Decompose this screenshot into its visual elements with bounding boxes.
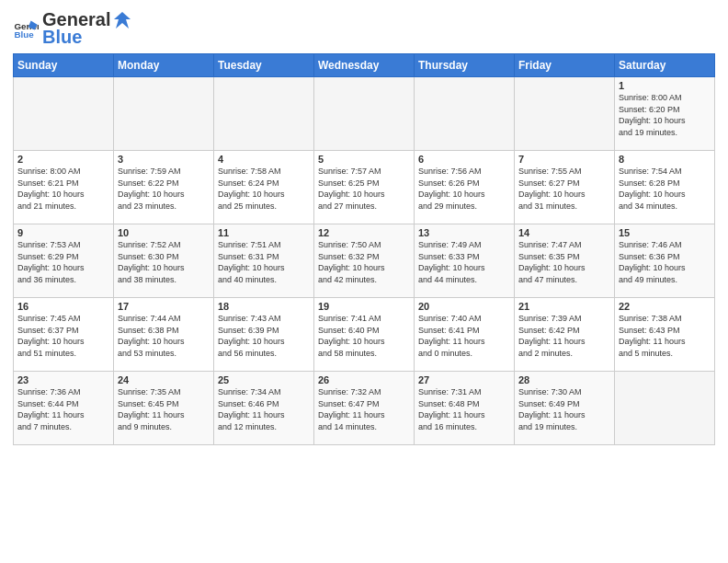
calendar-cell: 10Sunrise: 7:52 AM Sunset: 6:30 PM Dayli… bbox=[114, 224, 214, 298]
day-header-friday: Friday bbox=[515, 54, 615, 77]
header: General Blue General Blue bbox=[13, 9, 715, 48]
calendar-cell: 26Sunrise: 7:32 AM Sunset: 6:47 PM Dayli… bbox=[314, 372, 415, 445]
calendar-cell bbox=[14, 77, 114, 151]
day-header-tuesday: Tuesday bbox=[214, 54, 314, 77]
calendar-cell: 14Sunrise: 7:47 AM Sunset: 6:35 PM Dayli… bbox=[515, 224, 615, 298]
calendar-cell: 16Sunrise: 7:45 AM Sunset: 6:37 PM Dayli… bbox=[14, 298, 114, 372]
calendar-cell bbox=[114, 77, 214, 151]
day-number: 18 bbox=[218, 301, 310, 312]
day-info: Sunrise: 7:45 AM Sunset: 6:37 PM Dayligh… bbox=[17, 313, 109, 359]
calendar-cell bbox=[615, 372, 715, 445]
calendar-header-row: SundayMondayTuesdayWednesdayThursdayFrid… bbox=[14, 54, 715, 77]
day-info: Sunrise: 7:31 AM Sunset: 6:48 PM Dayligh… bbox=[418, 386, 510, 432]
day-info: Sunrise: 7:44 AM Sunset: 6:38 PM Dayligh… bbox=[118, 313, 210, 359]
day-number: 21 bbox=[518, 301, 610, 312]
calendar-cell: 27Sunrise: 7:31 AM Sunset: 6:48 PM Dayli… bbox=[415, 372, 515, 445]
calendar-week-1: 2Sunrise: 8:00 AM Sunset: 6:21 PM Daylig… bbox=[14, 151, 715, 224]
day-number: 27 bbox=[418, 374, 510, 385]
day-number: 5 bbox=[318, 154, 410, 165]
calendar-cell: 15Sunrise: 7:46 AM Sunset: 6:36 PM Dayli… bbox=[615, 224, 715, 298]
logo-bird-icon bbox=[112, 10, 132, 30]
day-number: 13 bbox=[418, 227, 510, 238]
calendar-cell: 11Sunrise: 7:51 AM Sunset: 6:31 PM Dayli… bbox=[214, 224, 314, 298]
calendar-table: SundayMondayTuesdayWednesdayThursdayFrid… bbox=[13, 53, 715, 445]
calendar-cell: 22Sunrise: 7:38 AM Sunset: 6:43 PM Dayli… bbox=[615, 298, 715, 372]
calendar-cell: 6Sunrise: 7:56 AM Sunset: 6:26 PM Daylig… bbox=[415, 151, 515, 224]
day-header-sunday: Sunday bbox=[14, 54, 114, 77]
day-info: Sunrise: 7:54 AM Sunset: 6:28 PM Dayligh… bbox=[619, 166, 711, 212]
calendar-cell: 25Sunrise: 7:34 AM Sunset: 6:46 PM Dayli… bbox=[214, 372, 314, 445]
day-number: 16 bbox=[17, 301, 109, 312]
day-number: 12 bbox=[318, 227, 410, 238]
logo-text-block: General Blue bbox=[42, 9, 134, 48]
day-info: Sunrise: 7:43 AM Sunset: 6:39 PM Dayligh… bbox=[218, 313, 310, 359]
day-number: 28 bbox=[518, 374, 610, 385]
calendar-cell: 18Sunrise: 7:43 AM Sunset: 6:39 PM Dayli… bbox=[214, 298, 314, 372]
calendar-cell: 4Sunrise: 7:58 AM Sunset: 6:24 PM Daylig… bbox=[214, 151, 314, 224]
calendar-cell: 23Sunrise: 7:36 AM Sunset: 6:44 PM Dayli… bbox=[14, 372, 114, 445]
calendar-cell: 13Sunrise: 7:49 AM Sunset: 6:33 PM Dayli… bbox=[415, 224, 515, 298]
calendar-week-3: 16Sunrise: 7:45 AM Sunset: 6:37 PM Dayli… bbox=[14, 298, 715, 372]
day-info: Sunrise: 8:00 AM Sunset: 6:20 PM Dayligh… bbox=[619, 92, 711, 138]
day-number: 1 bbox=[619, 80, 711, 91]
calendar-cell: 7Sunrise: 7:55 AM Sunset: 6:27 PM Daylig… bbox=[515, 151, 615, 224]
day-info: Sunrise: 7:46 AM Sunset: 6:36 PM Dayligh… bbox=[619, 239, 711, 285]
calendar-cell: 3Sunrise: 7:59 AM Sunset: 6:22 PM Daylig… bbox=[114, 151, 214, 224]
day-number: 20 bbox=[418, 301, 510, 312]
day-info: Sunrise: 7:52 AM Sunset: 6:30 PM Dayligh… bbox=[118, 239, 210, 285]
day-number: 2 bbox=[17, 154, 109, 165]
day-info: Sunrise: 7:47 AM Sunset: 6:35 PM Dayligh… bbox=[518, 239, 610, 285]
svg-marker-2 bbox=[114, 12, 131, 29]
calendar-cell: 8Sunrise: 7:54 AM Sunset: 6:28 PM Daylig… bbox=[615, 151, 715, 224]
calendar-cell: 2Sunrise: 8:00 AM Sunset: 6:21 PM Daylig… bbox=[14, 151, 114, 224]
day-number: 4 bbox=[218, 154, 310, 165]
day-info: Sunrise: 7:58 AM Sunset: 6:24 PM Dayligh… bbox=[218, 166, 310, 212]
logo: General Blue General Blue bbox=[13, 9, 134, 48]
calendar-cell bbox=[415, 77, 515, 151]
day-info: Sunrise: 7:59 AM Sunset: 6:22 PM Dayligh… bbox=[118, 166, 210, 212]
day-number: 3 bbox=[118, 154, 210, 165]
day-info: Sunrise: 7:57 AM Sunset: 6:25 PM Dayligh… bbox=[318, 166, 410, 212]
calendar-cell: 17Sunrise: 7:44 AM Sunset: 6:38 PM Dayli… bbox=[114, 298, 214, 372]
day-info: Sunrise: 7:30 AM Sunset: 6:49 PM Dayligh… bbox=[518, 386, 610, 432]
calendar-cell: 12Sunrise: 7:50 AM Sunset: 6:32 PM Dayli… bbox=[314, 224, 415, 298]
calendar-cell: 19Sunrise: 7:41 AM Sunset: 6:40 PM Dayli… bbox=[314, 298, 415, 372]
svg-text:Blue: Blue bbox=[14, 29, 34, 40]
day-info: Sunrise: 7:36 AM Sunset: 6:44 PM Dayligh… bbox=[17, 386, 109, 432]
day-info: Sunrise: 7:35 AM Sunset: 6:45 PM Dayligh… bbox=[118, 386, 210, 432]
day-header-saturday: Saturday bbox=[615, 54, 715, 77]
calendar-cell: 24Sunrise: 7:35 AM Sunset: 6:45 PM Dayli… bbox=[114, 372, 214, 445]
day-info: Sunrise: 7:49 AM Sunset: 6:33 PM Dayligh… bbox=[418, 239, 510, 285]
day-info: Sunrise: 7:55 AM Sunset: 6:27 PM Dayligh… bbox=[518, 166, 610, 212]
logo-icon: General Blue bbox=[13, 16, 39, 41]
day-info: Sunrise: 7:53 AM Sunset: 6:29 PM Dayligh… bbox=[17, 239, 109, 285]
day-info: Sunrise: 8:00 AM Sunset: 6:21 PM Dayligh… bbox=[17, 166, 109, 212]
day-info: Sunrise: 7:51 AM Sunset: 6:31 PM Dayligh… bbox=[218, 239, 310, 285]
day-number: 24 bbox=[118, 374, 210, 385]
calendar-cell: 28Sunrise: 7:30 AM Sunset: 6:49 PM Dayli… bbox=[515, 372, 615, 445]
calendar-cell: 21Sunrise: 7:39 AM Sunset: 6:42 PM Dayli… bbox=[515, 298, 615, 372]
day-header-monday: Monday bbox=[114, 54, 214, 77]
day-header-wednesday: Wednesday bbox=[314, 54, 415, 77]
day-number: 22 bbox=[619, 301, 711, 312]
day-number: 25 bbox=[218, 374, 310, 385]
day-number: 10 bbox=[118, 227, 210, 238]
calendar-cell bbox=[515, 77, 615, 151]
calendar-week-4: 23Sunrise: 7:36 AM Sunset: 6:44 PM Dayli… bbox=[14, 372, 715, 445]
day-header-thursday: Thursday bbox=[415, 54, 515, 77]
day-info: Sunrise: 7:32 AM Sunset: 6:47 PM Dayligh… bbox=[318, 386, 410, 432]
day-number: 9 bbox=[17, 227, 109, 238]
day-info: Sunrise: 7:50 AM Sunset: 6:32 PM Dayligh… bbox=[318, 239, 410, 285]
day-number: 17 bbox=[118, 301, 210, 312]
day-info: Sunrise: 7:41 AM Sunset: 6:40 PM Dayligh… bbox=[318, 313, 410, 359]
day-number: 14 bbox=[518, 227, 610, 238]
day-number: 19 bbox=[318, 301, 410, 312]
day-number: 23 bbox=[17, 374, 109, 385]
calendar-cell bbox=[214, 77, 314, 151]
calendar-cell: 20Sunrise: 7:40 AM Sunset: 6:41 PM Dayli… bbox=[415, 298, 515, 372]
day-number: 6 bbox=[418, 154, 510, 165]
day-info: Sunrise: 7:34 AM Sunset: 6:46 PM Dayligh… bbox=[218, 386, 310, 432]
day-info: Sunrise: 7:38 AM Sunset: 6:43 PM Dayligh… bbox=[619, 313, 711, 359]
calendar-week-0: 1Sunrise: 8:00 AM Sunset: 6:20 PM Daylig… bbox=[14, 77, 715, 151]
day-number: 7 bbox=[518, 154, 610, 165]
